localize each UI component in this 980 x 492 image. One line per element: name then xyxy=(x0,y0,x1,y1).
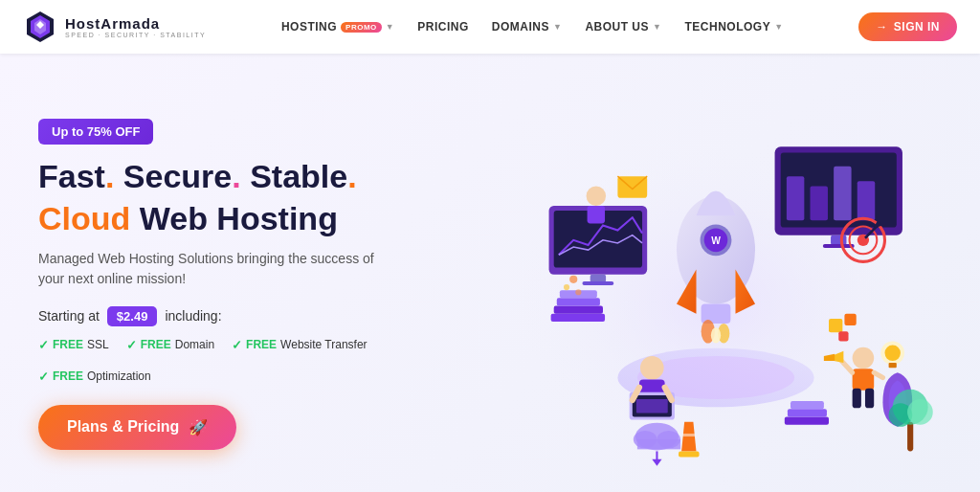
svg-rect-73 xyxy=(788,409,827,416)
feature-transfer-label: Website Transfer xyxy=(280,338,367,351)
svg-point-39 xyxy=(853,347,875,369)
logo-text: HostArmada Speed · Security · Stability xyxy=(65,15,206,38)
discount-badge: Up to 75% OFF xyxy=(38,119,153,145)
svg-rect-42 xyxy=(865,389,874,409)
signin-icon: → xyxy=(876,20,888,34)
svg-rect-23 xyxy=(858,181,875,220)
svg-marker-50 xyxy=(652,459,661,466)
svg-rect-74 xyxy=(791,401,824,409)
svg-rect-22 xyxy=(834,167,851,220)
feature-ssl: ✓ FREE SSL xyxy=(38,338,109,352)
hero-section: Up to 75% OFF Fast. Secure. Stable. Clou… xyxy=(0,54,980,492)
headline-dot3: . xyxy=(347,158,356,194)
nav-hosting-label: HOSTING xyxy=(281,20,337,34)
svg-rect-60 xyxy=(829,319,842,332)
logo[interactable]: HostArmada Speed · Security · Stability xyxy=(23,10,206,44)
svg-rect-67 xyxy=(588,206,605,223)
starting-text: Starting at xyxy=(38,308,100,324)
cta-label: Plans & Pricing xyxy=(67,418,179,436)
svg-rect-36 xyxy=(636,399,668,413)
svg-point-59 xyxy=(907,399,933,425)
pricing-line: Starting at $2.49 including: xyxy=(38,306,471,326)
chevron-down-icon: ▼ xyxy=(774,22,783,32)
headline-stable: Stable xyxy=(241,158,347,194)
svg-rect-21 xyxy=(811,186,828,220)
nav-item-domains[interactable]: DOMAINS ▼ xyxy=(482,14,572,39)
hero-illustration: W xyxy=(490,77,942,492)
headline-line2: Cloud Web Hosting xyxy=(38,200,471,237)
promo-badge: PROMO xyxy=(341,22,382,33)
chevron-down-icon: ▼ xyxy=(553,22,562,32)
check-icon: ✓ xyxy=(38,369,49,384)
svg-point-64 xyxy=(884,346,900,361)
svg-rect-72 xyxy=(785,417,829,425)
svg-rect-28 xyxy=(557,298,600,305)
svg-point-75 xyxy=(569,276,577,283)
free-label: FREE xyxy=(246,338,277,351)
nav-technology-label: TECHNOLOGY xyxy=(684,20,770,34)
chevron-down-icon: ▼ xyxy=(386,22,394,32)
headline-dot1: . xyxy=(105,158,114,194)
svg-rect-71 xyxy=(682,434,695,436)
nav-item-technology[interactable]: TECHNOLOGY ▼ xyxy=(675,14,792,39)
features-row: ✓ FREE SSL ✓ FREE Domain ✓ FREE Website … xyxy=(38,338,471,384)
feature-ssl-label: SSL xyxy=(87,338,109,351)
svg-rect-70 xyxy=(679,451,700,457)
hero-left: Up to 75% OFF Fast. Secure. Stable. Clou… xyxy=(38,119,490,449)
check-icon: ✓ xyxy=(232,338,242,352)
svg-rect-24 xyxy=(831,235,846,245)
free-label: FREE xyxy=(53,369,83,383)
feature-optimization-label: Optimization xyxy=(87,369,151,383)
svg-rect-26 xyxy=(551,314,605,322)
navbar: HostArmada Speed · Security · Stability … xyxy=(0,0,980,54)
svg-rect-16 xyxy=(590,275,606,282)
svg-rect-65 xyxy=(889,363,897,368)
including-text: including: xyxy=(165,308,221,324)
check-icon: ✓ xyxy=(126,338,137,352)
svg-rect-20 xyxy=(787,176,804,220)
nav-item-pricing[interactable]: PRICING xyxy=(408,14,479,39)
free-label: FREE xyxy=(141,338,171,351)
svg-point-76 xyxy=(564,284,569,290)
svg-point-13 xyxy=(711,327,721,343)
nav-item-hosting[interactable]: HOSTING PROMO ▼ xyxy=(272,14,404,39)
svg-rect-17 xyxy=(582,281,613,285)
headline-cloud: Cloud xyxy=(38,200,130,236)
logo-icon xyxy=(23,10,57,44)
svg-text:W: W xyxy=(711,235,721,246)
feature-transfer: ✓ FREE Website Transfer xyxy=(232,338,368,352)
svg-rect-56 xyxy=(907,422,913,452)
price-badge: $2.49 xyxy=(107,306,158,326)
svg-point-66 xyxy=(587,186,607,206)
svg-rect-40 xyxy=(853,369,875,391)
rocket-icon: 🚀 xyxy=(189,418,208,436)
headline-rest: Web Hosting xyxy=(130,200,338,236)
feature-domain-label: Domain xyxy=(175,338,214,351)
svg-rect-48 xyxy=(637,439,680,449)
chevron-down-icon: ▼ xyxy=(653,22,661,32)
feature-optimization: ✓ FREE Optimization xyxy=(38,369,151,384)
nav-item-about[interactable]: ABOUT US ▼ xyxy=(575,14,671,39)
nav-about-label: ABOUT US xyxy=(585,20,649,34)
svg-rect-27 xyxy=(554,306,603,314)
feature-domain: ✓ FREE Domain xyxy=(126,338,214,352)
headline-dot2: . xyxy=(232,158,240,194)
headline: Fast. Secure. Stable. xyxy=(38,158,471,195)
svg-point-77 xyxy=(575,289,581,295)
nav-links: HOSTING PROMO ▼ PRICING DOMAINS ▼ ABOUT … xyxy=(206,14,858,39)
check-icon: ✓ xyxy=(38,338,49,352)
hero-subtitle: Managed Web Hosting Solutions bringing t… xyxy=(38,249,402,289)
svg-rect-62 xyxy=(838,331,848,341)
headline-secure: Secure xyxy=(114,158,232,194)
headline-fast: Fast xyxy=(38,158,105,194)
svg-point-30 xyxy=(640,356,664,380)
hero-right: W xyxy=(490,77,942,492)
nav-domains-label: DOMAINS xyxy=(492,20,549,34)
nav-pricing-label: PRICING xyxy=(417,20,469,34)
svg-rect-61 xyxy=(844,314,856,325)
free-label: FREE xyxy=(53,338,83,351)
signin-label: SIGN IN xyxy=(894,20,940,34)
cta-button[interactable]: Plans & Pricing 🚀 xyxy=(38,405,236,450)
signin-button[interactable]: → SIGN IN xyxy=(858,12,957,41)
svg-rect-41 xyxy=(853,389,861,409)
